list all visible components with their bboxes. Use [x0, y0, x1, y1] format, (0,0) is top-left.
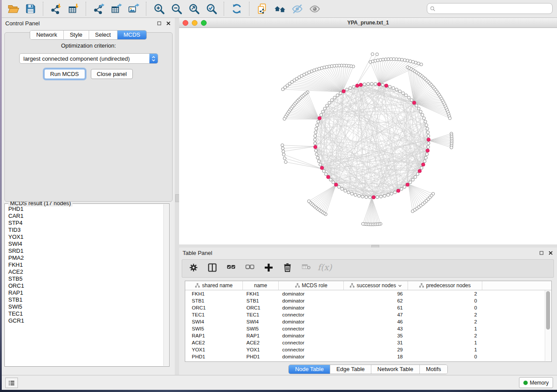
zoom-selected-button[interactable]	[203, 1, 220, 16]
mcds-result-item[interactable]: STP4	[8, 220, 164, 227]
column-header-shared-name[interactable]: shared name	[185, 281, 243, 290]
zoom-in-button[interactable]	[150, 1, 168, 16]
table-cell: RAP1	[185, 333, 243, 338]
mcds-result-item[interactable]: ORC1	[8, 282, 164, 289]
tree-icon	[419, 283, 424, 288]
add-button[interactable]	[263, 263, 274, 274]
table-row[interactable]: TEC1TEC1connector472	[185, 311, 551, 318]
first-neighbors-button[interactable]	[271, 1, 288, 16]
table-cell: connector	[279, 340, 344, 345]
zoom-window-icon[interactable]	[201, 20, 207, 26]
run-mcds-button[interactable]: Run MCDS	[44, 69, 85, 79]
table-cell: ACE2	[243, 340, 279, 345]
table-cell: SWI4	[185, 319, 243, 324]
float-panel-icon[interactable]	[156, 21, 162, 26]
open-file-button[interactable]	[4, 1, 22, 16]
tab-node-table[interactable]: Node Table	[289, 365, 330, 374]
mcds-result-item[interactable]: SRD1	[8, 248, 164, 254]
import-table-button[interactable]	[65, 1, 82, 16]
search-field[interactable]	[438, 5, 550, 12]
task-history-button[interactable]	[5, 378, 18, 388]
table-cell: dominator	[279, 291, 344, 296]
toolbar-separator	[146, 2, 147, 16]
tab-style[interactable]: Style	[64, 31, 89, 39]
float-panel-icon[interactable]	[539, 250, 544, 256]
tab-select[interactable]: Select	[89, 31, 118, 39]
close-panel-icon[interactable]	[548, 250, 554, 256]
table-row[interactable]: RAP1RAP1dominator352	[185, 332, 551, 339]
column-header-predecessor-nodes[interactable]: predecessor nodes	[408, 281, 482, 290]
mcds-result-item[interactable]: RAP1	[8, 289, 164, 296]
search-input[interactable]	[427, 3, 553, 14]
mcds-result-item[interactable]: SWI5	[8, 303, 164, 310]
export-table-button[interactable]	[107, 1, 125, 16]
refresh-button[interactable]	[228, 1, 246, 16]
network-window-titlebar[interactable]: YPA_prune.txt_1	[179, 18, 557, 28]
export-network-button[interactable]	[90, 1, 107, 16]
close-window-icon[interactable]	[183, 20, 188, 26]
folder-open-icon	[7, 3, 19, 15]
mcds-result-item[interactable]: PHD1	[8, 206, 164, 213]
mcds-result-item[interactable]: CAR1	[8, 213, 164, 220]
mcds-result-item[interactable]: GCR1	[8, 317, 164, 324]
tree-icon	[349, 283, 355, 288]
mcds-result-list[interactable]: PHD1CAR1STP4TID3YOX1SWI4SRD1PMA2FKH1ACE2…	[5, 204, 164, 366]
mcds-result-item[interactable]: PMA2	[8, 254, 164, 261]
scrollbar-thumb[interactable]	[546, 291, 550, 330]
table-cell: YOX1	[243, 347, 279, 352]
zoom-fit-button[interactable]	[185, 1, 203, 16]
columns-icon	[207, 262, 218, 275]
save-session-button[interactable]	[22, 1, 39, 16]
column-header-MCDS-role[interactable]: MCDS role	[279, 281, 344, 290]
delete-button[interactable]	[282, 263, 293, 274]
show-all-button[interactable]	[306, 1, 323, 16]
mcds-result-item[interactable]: FKH1	[8, 261, 164, 268]
table-row[interactable]: SWI5SWI5connector431	[185, 325, 551, 332]
minimize-window-icon[interactable]	[192, 20, 197, 26]
mcds-result-item[interactable]: TID3	[8, 227, 164, 234]
show-columns-button[interactable]	[207, 263, 218, 274]
mcds-result-item[interactable]: ACE2	[8, 268, 164, 275]
node-table-scrollbar[interactable]	[545, 290, 551, 361]
tab-motifs[interactable]: Motifs	[420, 365, 447, 374]
zoom-selected-icon	[206, 3, 218, 15]
select-all-button[interactable]	[225, 263, 237, 274]
gear-icon	[189, 263, 198, 274]
mcds-result-item[interactable]: YOX1	[8, 234, 164, 241]
table-row[interactable]: YOX1YOX1connector291	[185, 346, 551, 353]
table-row[interactable]: STB1STB1dominator620	[185, 297, 551, 304]
column-header-name[interactable]: name	[243, 281, 279, 290]
hide-selected-button[interactable]	[288, 1, 306, 16]
tab-network[interactable]: Network	[30, 31, 64, 39]
criterion-dropdown[interactable]: largest connected component (undirected)	[19, 53, 158, 64]
mcds-panel: Optimization criterion: largest connecte…	[4, 32, 173, 202]
mcds-result-scrollbar[interactable]	[163, 204, 169, 366]
column-header-successor-nodes[interactable]: successor nodes	[344, 281, 408, 290]
tab-mcds[interactable]: MCDS	[118, 31, 146, 39]
table-row[interactable]: ORC1ORC1dominator610	[185, 304, 551, 311]
close-panel-button[interactable]: Close panel	[91, 69, 133, 79]
table-row[interactable]: ACE2ACE2connector311	[185, 339, 551, 346]
clone-network-button[interactable]	[253, 1, 271, 16]
search-icon	[430, 6, 436, 11]
vertical-splitter[interactable]	[175, 18, 179, 375]
mcds-result-item[interactable]: STB5	[8, 275, 164, 282]
close-panel-icon[interactable]	[166, 21, 171, 26]
import-network-button[interactable]	[47, 1, 65, 16]
table-row[interactable]: SWI4SWI4dominator462	[185, 318, 551, 325]
memory-button[interactable]: Memory	[519, 377, 553, 388]
svg-text:f(x): f(x)	[318, 262, 332, 272]
tab-edge-table[interactable]: Edge Table	[330, 365, 371, 374]
table-row[interactable]: FKH1FKH1dominator962	[185, 290, 551, 297]
deselect-all-button[interactable]	[244, 263, 256, 274]
horizontal-splitter[interactable]	[179, 244, 557, 248]
mcds-result-item[interactable]: TEC1	[8, 310, 164, 317]
mcds-result-item[interactable]: SWI4	[8, 241, 164, 248]
mcds-result-item[interactable]: STB1	[8, 296, 164, 303]
table-row[interactable]: PHD1PHD1dominator180	[185, 353, 551, 360]
export-image-button[interactable]	[125, 1, 142, 16]
zoom-out-button[interactable]	[168, 1, 185, 16]
table-settings-button[interactable]	[188, 263, 199, 274]
tab-network-table[interactable]: Network Table	[371, 365, 420, 374]
network-graph-canvas[interactable]	[179, 28, 557, 244]
